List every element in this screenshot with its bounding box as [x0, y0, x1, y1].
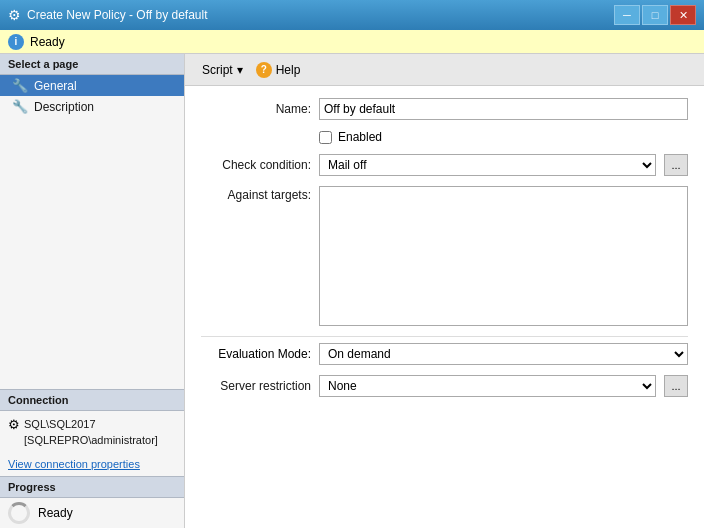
select-page-header: Select a page	[0, 54, 184, 75]
title-bar: ⚙ Create New Policy - Off by default ─ □…	[0, 0, 704, 30]
sidebar: Select a page 🔧 General 🔧 Description Co…	[0, 54, 185, 528]
check-condition-label: Check condition:	[201, 158, 311, 172]
progress-status-text: Ready	[38, 506, 73, 520]
name-label: Name:	[201, 102, 311, 116]
app-icon: ⚙	[8, 7, 21, 23]
script-dropdown-arrow: ▾	[237, 63, 243, 77]
sidebar-label-description: Description	[34, 100, 94, 114]
maximize-button[interactable]: □	[642, 5, 668, 25]
connection-section: Connection ⚙ SQL\SQL2017 [SQLREPRO\admin…	[0, 389, 184, 476]
server-restriction-label: Server restriction	[201, 379, 311, 393]
status-bar: i Ready	[0, 30, 704, 54]
connection-server: SQL\SQL2017	[24, 417, 158, 432]
against-targets-box[interactable]	[319, 186, 688, 326]
evaluation-mode-label: Evaluation Mode:	[201, 347, 311, 361]
content-area: Script ▾ ? Help Name: Enabled Check co	[185, 54, 704, 528]
script-label: Script	[202, 63, 233, 77]
sidebar-item-general[interactable]: 🔧 General	[0, 75, 184, 96]
connection-user: [SQLREPRO\administrator]	[24, 433, 158, 448]
wrench-icon-description: 🔧	[12, 99, 28, 114]
status-text: Ready	[30, 35, 65, 49]
status-icon: i	[8, 34, 24, 50]
progress-section: Progress Ready	[0, 476, 184, 528]
divider	[201, 336, 688, 337]
progress-spinner	[8, 502, 30, 524]
server-restriction-select[interactable]: None	[319, 375, 656, 397]
title-bar-text: Create New Policy - Off by default	[27, 8, 208, 22]
server-restriction-row: Server restriction None ...	[201, 375, 688, 397]
name-row: Name:	[201, 98, 688, 120]
connection-header: Connection	[0, 390, 184, 411]
enabled-label: Enabled	[338, 130, 382, 144]
form-area: Name: Enabled Check condition: Mail off …	[185, 86, 704, 528]
sidebar-label-general: General	[34, 79, 77, 93]
help-button[interactable]: ? Help	[256, 62, 301, 78]
enabled-row: Enabled	[201, 130, 688, 144]
against-targets-row: Against targets:	[201, 186, 688, 326]
main-layout: Select a page 🔧 General 🔧 Description Co…	[0, 54, 704, 528]
check-condition-select[interactable]: Mail off On demand None	[319, 154, 656, 176]
help-label: Help	[276, 63, 301, 77]
connection-icon: ⚙	[8, 417, 20, 432]
sidebar-item-description[interactable]: 🔧 Description	[0, 96, 184, 117]
evaluation-mode-select[interactable]: On demand On schedule On change	[319, 343, 688, 365]
script-button[interactable]: Script ▾	[193, 59, 252, 81]
name-input[interactable]	[319, 98, 688, 120]
view-connection-link[interactable]: View connection properties	[0, 454, 184, 476]
progress-header: Progress	[0, 477, 184, 498]
enabled-checkbox[interactable]	[319, 131, 332, 144]
toolbar: Script ▾ ? Help	[185, 54, 704, 86]
check-condition-row: Check condition: Mail off On demand None…	[201, 154, 688, 176]
close-button[interactable]: ✕	[670, 5, 696, 25]
server-restriction-browse-button[interactable]: ...	[664, 375, 688, 397]
wrench-icon-general: 🔧	[12, 78, 28, 93]
evaluation-mode-row: Evaluation Mode: On demand On schedule O…	[201, 343, 688, 365]
help-icon: ?	[256, 62, 272, 78]
against-targets-label: Against targets:	[201, 186, 311, 202]
minimize-button[interactable]: ─	[614, 5, 640, 25]
check-condition-browse-button[interactable]: ...	[664, 154, 688, 176]
